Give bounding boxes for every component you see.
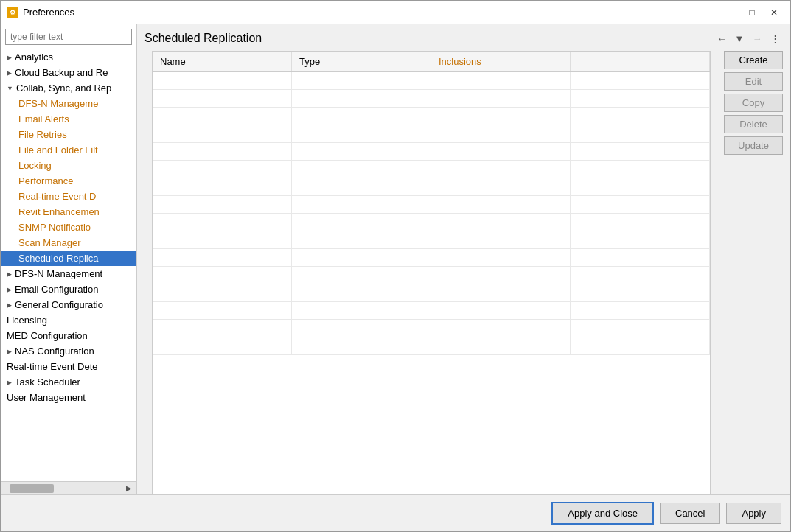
table-row <box>153 267 710 284</box>
sidebar-item-scheduled-replica[interactable]: Scheduled Replica <box>1 251 136 266</box>
sidebar-label: Cloud Backup and Re <box>15 67 108 78</box>
sidebar-item-analytics[interactable]: ▶ Analytics <box>1 49 136 65</box>
sidebar-item-med-config[interactable]: MED Configuration <box>1 328 136 343</box>
sidebar-item-file-retries[interactable]: File Retries <box>1 127 136 142</box>
sidebar-label: SNMP Notificatio <box>18 222 91 233</box>
cancel-button[interactable]: Cancel <box>660 503 720 524</box>
table-row <box>153 125 710 143</box>
sidebar-item-email-alerts[interactable]: Email Alerts <box>1 111 136 127</box>
panel-title: Scheduled Replication <box>144 32 262 45</box>
preferences-window: ⚙ Preferences ─ □ ✕ ▶ Analytics ▶ Cloud … <box>0 0 791 532</box>
table-row <box>153 161 710 178</box>
apply-button[interactable]: Apply <box>726 503 781 524</box>
sidebar-label: Email Alerts <box>18 113 69 125</box>
sidebar-label: Revit Enhancemen <box>18 206 100 217</box>
sidebar-item-dfs-n-child[interactable]: DFS-N Manageme <box>1 96 136 111</box>
sidebar-label: Email Configuration <box>15 284 98 295</box>
back-button[interactable]: ← <box>714 30 730 46</box>
sidebar-item-task-scheduler[interactable]: ▶ Task Scheduler <box>1 374 136 390</box>
apply-close-button[interactable]: Apply and Close <box>551 502 654 525</box>
sidebar-label: MED Configuration <box>7 330 88 341</box>
copy-button[interactable]: Copy <box>724 94 783 112</box>
col-inclusions: Inclusions <box>431 52 571 71</box>
sidebar-item-locking[interactable]: Locking <box>1 158 136 173</box>
sidebar-item-general-config[interactable]: ▶ General Configuratio <box>1 297 136 312</box>
update-button[interactable]: Update <box>724 136 783 155</box>
main-content: ▶ Analytics ▶ Cloud Backup and Re ▼ Coll… <box>1 24 790 494</box>
sidebar-item-cloud-backup[interactable]: ▶ Cloud Backup and Re <box>1 65 136 80</box>
sidebar-item-performance[interactable]: Performance <box>1 173 136 189</box>
table-row <box>153 302 710 320</box>
table-row <box>153 320 710 337</box>
expand-icon: ▶ <box>7 286 12 293</box>
sidebar-item-nas-config[interactable]: ▶ NAS Configuration <box>1 343 136 359</box>
sidebar-label: Analytics <box>15 52 53 63</box>
main-panel: Scheduled Replication ← ▼ → ⋮ Name Type … <box>137 24 790 494</box>
scroll-right-arrow[interactable]: ▶ <box>126 484 135 492</box>
sidebar-label: Real-time Event D <box>18 191 96 202</box>
sidebar-label: Collab, Sync, and Rep <box>16 83 111 94</box>
sidebar-label: Licensing <box>7 315 47 326</box>
table-header: Name Type Inclusions <box>153 52 710 72</box>
title-bar: ⚙ Preferences ─ □ ✕ <box>1 1 790 24</box>
expand-icon: ▶ <box>7 348 12 355</box>
sidebar-label: DFS-N Management <box>15 268 102 279</box>
sidebar-item-email-config[interactable]: ▶ Email Configuration <box>1 281 136 297</box>
col-extra <box>571 52 710 71</box>
sidebar: ▶ Analytics ▶ Cloud Backup and Re ▼ Coll… <box>1 24 137 494</box>
sidebar-label: User Management <box>7 392 86 403</box>
close-button[interactable]: ✕ <box>764 4 784 21</box>
sidebar-item-real-time[interactable]: Real-time Event D <box>1 189 136 204</box>
sidebar-label: File and Folder Filt <box>18 144 98 155</box>
window-controls: ─ □ ✕ <box>719 4 784 21</box>
sidebar-label: Scan Manager <box>18 237 81 248</box>
expand-icon: ▶ <box>7 301 12 309</box>
sidebar-item-scan-manager[interactable]: Scan Manager <box>1 235 136 251</box>
sidebar-item-file-folder[interactable]: File and Folder Filt <box>1 142 136 158</box>
sidebar-list: ▶ Analytics ▶ Cloud Backup and Re ▼ Coll… <box>1 49 136 481</box>
sidebar-item-collab[interactable]: ▼ Collab, Sync, and Rep <box>1 80 136 96</box>
sidebar-item-snmp[interactable]: SNMP Notificatio <box>1 220 136 235</box>
forward-button[interactable]: → <box>749 30 765 46</box>
sidebar-label: General Configuratio <box>15 299 103 310</box>
app-icon: ⚙ <box>7 7 18 18</box>
sidebar-label: DFS-N Manageme <box>18 98 98 109</box>
create-button[interactable]: Create <box>724 51 783 69</box>
delete-button[interactable]: Delete <box>724 115 783 133</box>
filter-input[interactable] <box>5 29 132 45</box>
expand-icon: ▶ <box>7 69 12 77</box>
minimize-button[interactable]: ─ <box>719 4 740 21</box>
table-row <box>153 178 710 196</box>
sidebar-item-real-time-dete[interactable]: Real-time Event Dete <box>1 359 136 374</box>
expand-icon: ▶ <box>7 54 12 61</box>
table-row <box>153 143 710 161</box>
table-row <box>153 249 710 267</box>
sidebar-label: Task Scheduler <box>15 377 80 388</box>
sidebar-label: NAS Configuration <box>15 346 94 357</box>
expand-icon: ▼ <box>7 85 13 92</box>
sidebar-label: File Retries <box>18 129 67 140</box>
col-type: Type <box>292 52 431 71</box>
table-row <box>153 284 710 302</box>
expand-icon: ▶ <box>7 379 12 386</box>
table-row <box>153 196 710 214</box>
scrollbar-thumb[interactable] <box>10 484 54 493</box>
sidebar-label: Scheduled Replica <box>18 253 98 264</box>
edit-button[interactable]: Edit <box>724 72 783 91</box>
window-title: Preferences <box>23 7 719 18</box>
sidebar-item-licensing[interactable]: Licensing <box>1 312 136 328</box>
sidebar-scrollbar[interactable]: ▶ <box>1 481 136 494</box>
table-area: Name Type Inclusions <box>152 51 711 494</box>
sidebar-item-user-management[interactable]: User Management <box>1 390 136 405</box>
sidebar-label: Performance <box>18 175 73 186</box>
sidebar-item-revit[interactable]: Revit Enhancemen <box>1 204 136 220</box>
bottom-bar: Apply and Close Cancel Apply <box>1 494 790 531</box>
table-row <box>153 72 710 90</box>
table-body[interactable] <box>153 72 710 494</box>
table-row <box>153 231 710 249</box>
sidebar-item-dfs-n[interactable]: ▶ DFS-N Management <box>1 266 136 281</box>
more-button[interactable]: ⋮ <box>767 30 783 46</box>
maximize-button[interactable]: □ <box>742 4 762 21</box>
nav-dropdown-button[interactable]: ▼ <box>731 30 748 46</box>
table-row <box>153 108 710 125</box>
